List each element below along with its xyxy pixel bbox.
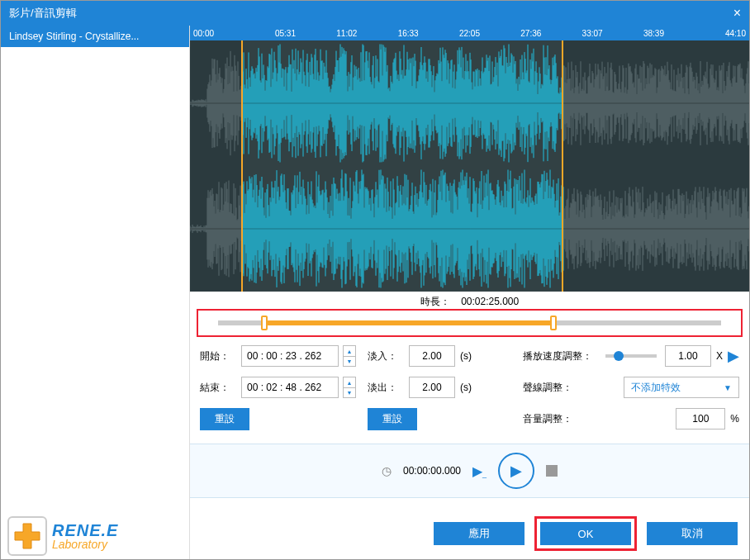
- fade-unit: (s): [460, 350, 472, 362]
- ok-button[interactable]: OK: [540, 522, 631, 545]
- file-list-item-label: Lindsey Stirling - Crystallize...: [9, 31, 139, 42]
- ruler-tick: 22:05: [439, 29, 500, 38]
- volume-label: 音量調整：: [523, 412, 597, 426]
- skip-start-icon[interactable]: ▶_: [472, 463, 487, 479]
- spinner-down-icon: ▼: [343, 387, 356, 398]
- fade-out-input[interactable]: [409, 377, 455, 398]
- end-label: 結束：: [200, 381, 236, 395]
- ruler-tick: 00:00: [193, 29, 254, 38]
- fade-unit: (s): [460, 382, 472, 393]
- play-button[interactable]: ▶: [498, 453, 534, 489]
- chevron-down-icon: ▼: [724, 383, 732, 392]
- controls-grid: 開始： 00 : 00 : 23 . 262 ▲▼ 結束： 00 : 02 : …: [190, 342, 749, 444]
- speed-slider[interactable]: [605, 354, 657, 358]
- speed-suffix: X: [716, 350, 723, 362]
- ruler-tick: 44:10: [685, 29, 746, 38]
- ruler-tick: 27:36: [501, 29, 562, 38]
- voice-select-value: 不添加特效: [631, 381, 681, 395]
- voice-select[interactable]: 不添加特效 ▼: [624, 377, 739, 398]
- logo-line2: Laboratory: [52, 539, 118, 550]
- range-track[interactable]: [218, 320, 721, 325]
- col-start-end: 開始： 00 : 00 : 23 . 262 ▲▼ 結束： 00 : 02 : …: [200, 345, 356, 440]
- duration-value: 00:02:25.000: [461, 296, 519, 307]
- fade-in-input[interactable]: [409, 345, 455, 367]
- timeline-ruler: 00:00 05:31 11:02 16:33 22:05 27:36 33:0…: [190, 26, 749, 40]
- fade-out-label: 淡出：: [368, 381, 404, 395]
- ruler-tick: 38:39: [623, 29, 684, 38]
- range-slider-highlight: [197, 309, 743, 337]
- spinner-down-icon: ▼: [343, 356, 356, 367]
- bottom-bar: 應用 OK 取消: [190, 508, 749, 559]
- cancel-button[interactable]: 取消: [647, 522, 738, 545]
- logo-icon: [7, 516, 47, 556]
- ruler-tick: 05:31: [254, 29, 316, 38]
- title-bar: 影片/音訊剪輯 ×: [1, 1, 749, 26]
- selection-overlay[interactable]: [241, 40, 562, 292]
- reset-start-end-button[interactable]: 重設: [200, 408, 249, 430]
- volume-input[interactable]: [676, 408, 725, 429]
- ok-highlight: OK: [534, 516, 637, 551]
- volume-suffix: %: [730, 413, 739, 425]
- ruler-tick: 11:02: [316, 29, 377, 38]
- fade-in-label: 淡入：: [368, 349, 404, 363]
- duration-row: 時長： 00:02:25.000: [190, 292, 749, 309]
- start-spinner[interactable]: ▲▼: [343, 345, 356, 367]
- col-fade: 淡入： (s) 淡出： (s) 重設: [368, 345, 511, 440]
- start-label: 開始：: [200, 349, 236, 363]
- start-time-input[interactable]: 00 : 00 : 23 . 262: [241, 345, 339, 367]
- apply-button[interactable]: 應用: [434, 522, 525, 545]
- logo: RENE.E Laboratory: [7, 516, 118, 556]
- playback-time: 00:00:00.000: [403, 465, 461, 477]
- spinner-up-icon: ▲: [343, 377, 356, 387]
- col-right: 播放速度調整： X ▶ 聲線調整： 不添加特效 ▼ 音量調整： %: [523, 345, 739, 440]
- play-preview-icon[interactable]: ▶: [728, 347, 739, 365]
- file-list-item[interactable]: Lindsey Stirling - Crystallize...: [1, 26, 189, 47]
- main-panel: 00:00 05:31 11:02 16:33 22:05 27:36 33:0…: [190, 26, 749, 559]
- range-handle-end[interactable]: [550, 316, 557, 330]
- logo-line1: RENE.E: [52, 522, 118, 539]
- ruler-tick: 16:33: [377, 29, 439, 38]
- end-time-input[interactable]: 00 : 02 : 48 . 262: [241, 377, 339, 398]
- duration-label: 時長：: [420, 296, 450, 307]
- spinner-up-icon: ▲: [343, 345, 356, 356]
- file-list: Lindsey Stirling - Crystallize...: [1, 26, 190, 559]
- range-handle-start[interactable]: [261, 316, 268, 330]
- voice-label: 聲線調整：: [523, 381, 597, 395]
- end-spinner[interactable]: ▲▼: [343, 377, 356, 398]
- clock-icon: ◷: [382, 464, 392, 477]
- range-fill: [264, 320, 553, 325]
- waveform-display[interactable]: [190, 40, 749, 292]
- window-title: 影片/音訊剪輯: [9, 6, 77, 21]
- speed-label: 播放速度調整：: [523, 349, 597, 363]
- close-icon[interactable]: ×: [733, 6, 741, 21]
- stop-button[interactable]: [546, 465, 558, 477]
- playback-bar: ◷ 00:00:00.000 ▶_ ▶: [190, 444, 749, 498]
- reset-fade-button[interactable]: 重設: [368, 408, 417, 430]
- speed-input[interactable]: [665, 345, 711, 367]
- ruler-tick: 33:07: [562, 29, 623, 38]
